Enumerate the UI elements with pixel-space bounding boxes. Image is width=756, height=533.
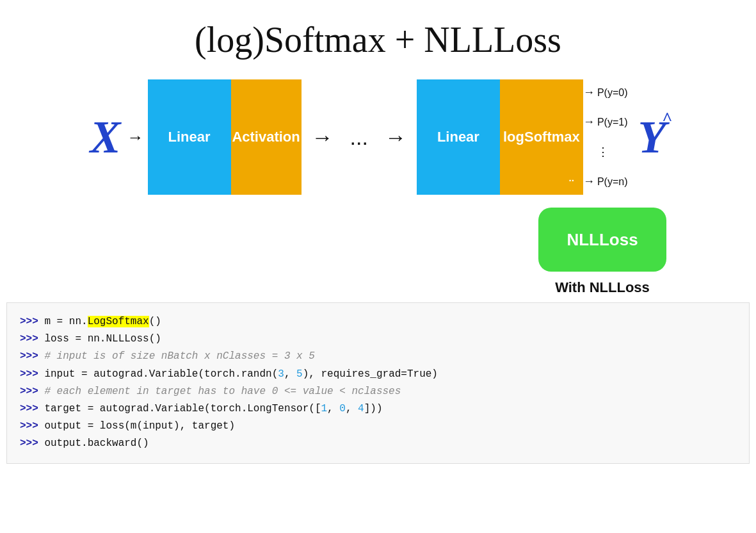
nllloss-box-label: NLLLoss [567,230,638,250]
code-line4-post: ), requires_grad=True) [303,368,438,380]
code-line1-post: () [149,316,161,327]
nllloss-area: NLLLoss With NLLLoss [0,195,756,302]
code-line-2: >>> loss = nn.NLLLoss() [20,331,736,348]
first-nn-block: Linear Activation [148,79,302,195]
code-line4-blue1: 3 [278,368,284,380]
code-block: >>> m = nn.LogSoftmax() >>> loss = nn.NL… [6,302,750,464]
code-prompt-7: >>> [20,420,38,432]
first-linear-label: Linear [168,129,211,145]
code-line-1: >>> m = nn.LogSoftmax() [20,313,736,331]
code-prompt-1: >>> [20,316,38,327]
second-linear-block: Linear [417,79,500,195]
code-line6-post: ])) [364,403,383,414]
arrow-x-to-block1: → [127,127,144,147]
middle-dots: ... [350,125,368,150]
prob-label-n: P(y=n) [597,176,628,188]
prob-arrow-0: → [583,86,595,99]
code-line1-highlight: LogSoftmax [88,316,149,327]
prob-row-0: → P(y=0) [583,86,628,99]
y-hat-caret: ^ [662,108,672,129]
code-line1-pre: m = nn. [38,316,88,327]
probability-outputs: → P(y=0) → P(y=1) ⋮ → P(y=n) [583,79,628,195]
code-line4-pre: input = autograd.Variable(torch.randn( [38,368,278,380]
code-prompt-8: >>> [20,438,38,449]
activation-label: Activation [232,129,300,145]
code-line6-pre: target = autograd.Variable(torch.LongTen… [38,403,321,414]
prob-arrow-n: → [583,175,595,188]
code-prompt-5: >>> [20,386,38,397]
code-line6-mid: , [327,403,339,414]
nllloss-box: NLLLoss [538,208,666,272]
code-line8-text: output.backward() [38,438,149,449]
code-prompt-4: >>> [20,368,38,380]
code-line-5: >>> # each element in target has to have… [20,383,736,400]
prob-row-n: → P(y=n) [583,175,628,188]
code-line-8: >>> output.backward() [20,435,736,452]
prob-dots-vertical: ⋮ [583,145,628,159]
logsoftmax-label: logSoftmax [503,129,580,145]
y-hat-container: Y ^ [638,111,666,164]
arrow-block1-to-dots: → [312,125,334,150]
prob-row-1: → P(y=1) [583,115,628,129]
code-line6-mid2: , [346,403,358,414]
code-line3-comment: # input is of size nBatch x nClasses = 3… [38,350,315,362]
code-line-4: >>> input = autograd.Variable(torch.rand… [20,366,736,383]
logsoftmax-dots: .. [569,172,574,183]
code-line4-blue2: 5 [296,368,303,380]
code-line-3: >>> # input is of size nBatch x nClasses… [20,348,736,365]
prob-arrow-1: → [583,115,595,129]
code-line-7: >>> output = loss(m(input), target) [20,418,736,435]
page-title: (log)Softmax + NLLLoss [0,0,756,73]
code-line7-text: output = loss(m(input), target) [38,420,235,432]
nllloss-caption: With NLLLoss [555,279,650,296]
code-prompt-6: >>> [20,403,38,414]
code-line2-text: loss = nn.NLLLoss() [38,333,161,345]
code-line5-comment: # each element in target has to have 0 <… [38,386,401,397]
first-linear-block: Linear [148,79,231,195]
prob-label-1: P(y=1) [597,117,628,128]
code-line-6: >>> target = autograd.Variable(torch.Lon… [20,400,736,418]
arrow-dots-to-block2: → [385,125,406,150]
x-label: X [90,111,121,164]
code-line6-blue3: 4 [358,403,364,414]
code-prompt-3: >>> [20,350,38,362]
code-line6-blue2: 0 [339,403,346,414]
activation-block: Activation [231,79,302,195]
prob-label-0: P(y=0) [597,87,628,99]
code-line4-mid: , [284,368,296,380]
code-prompt-2: >>> [20,333,38,345]
second-nn-block: Linear logSoftmax .. [417,79,583,195]
logsoftmax-wrapper: logSoftmax .. [500,79,583,195]
code-line6-blue1: 1 [321,403,327,414]
nllloss-section: NLLLoss With NLLLoss [538,208,666,296]
second-linear-label: Linear [437,129,479,145]
